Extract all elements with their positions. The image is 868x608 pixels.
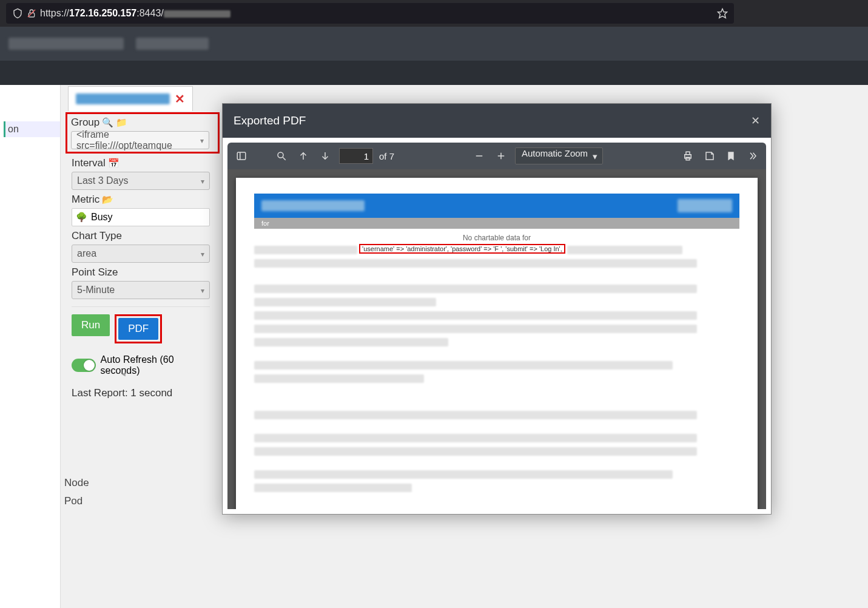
lock-warning-icon — [27, 8, 36, 18]
svg-rect-12 — [686, 152, 690, 155]
pdf-viewport[interactable]: for No chartable data for 'username' => … — [227, 169, 766, 509]
download-icon[interactable] — [702, 148, 718, 164]
bottom-nav: Node Pod — [64, 474, 89, 511]
page-total: of 7 — [379, 151, 394, 161]
folder-blue-icon[interactable]: 📁 — [116, 117, 127, 128]
app-subheader — [0, 61, 868, 85]
interval-value: Last 3 Days — [77, 175, 128, 186]
shield-icon — [12, 8, 23, 19]
pdf-credentials-leak: 'username' => 'administrator', 'password… — [359, 244, 565, 254]
zoom-value: Automatic Zoom — [522, 148, 588, 158]
nav-item-node[interactable]: Node — [64, 474, 89, 493]
pdf-report-subheader: for — [254, 218, 739, 229]
print-icon[interactable] — [680, 148, 696, 164]
search-icon[interactable] — [274, 148, 289, 164]
tab-close-icon[interactable]: ✕ — [175, 92, 185, 106]
chart-type-select[interactable]: area — [72, 245, 210, 263]
tools-icon[interactable] — [744, 148, 760, 164]
svg-line-5 — [283, 157, 286, 160]
pdf-report-header — [254, 194, 739, 218]
left-nav-item-selected[interactable]: on — [4, 121, 60, 137]
page-down-icon[interactable] — [317, 148, 333, 164]
sidebar-toggle-icon[interactable] — [234, 148, 249, 164]
group-field-highlight: Group 🔍 📁 <iframe src=file:///opt/teamqu… — [66, 112, 220, 154]
app-header — [0, 27, 868, 61]
bookmark-icon[interactable] — [724, 148, 738, 164]
pdf-no-data-text: No chartable data for — [236, 234, 758, 242]
divider — [72, 306, 210, 307]
pdf-button[interactable]: PDF — [118, 318, 158, 340]
zoom-select[interactable]: Automatic Zoom ▾ — [515, 147, 603, 164]
interval-select[interactable]: Last 3 Days — [72, 172, 210, 190]
active-tab[interactable]: ✕ — [68, 86, 193, 111]
page-up-icon[interactable] — [295, 148, 311, 164]
panel-collapse-icon[interactable]: ◄ — [120, 370, 127, 377]
chevron-down-icon — [201, 285, 204, 296]
url-input[interactable]: https://172.16.250.157:8443/ — [6, 3, 734, 24]
interval-label: Interval 📅 — [72, 157, 215, 169]
zoom-in-icon[interactable] — [493, 148, 509, 164]
nav-item-pod[interactable]: Pod — [64, 492, 89, 511]
svg-rect-2 — [237, 152, 246, 160]
zoom-out-icon[interactable] — [471, 148, 487, 164]
chart-type-value: area — [77, 248, 96, 259]
group-select[interactable]: <iframe src=file:///opt/teamque — [71, 131, 209, 149]
chevron-down-icon — [201, 175, 204, 186]
metric-input[interactable]: 🌳 Busy — [72, 208, 210, 226]
group-value: <iframe src=file:///opt/teamque — [76, 129, 200, 151]
svg-point-4 — [278, 152, 283, 158]
chevron-down-icon — [201, 248, 204, 259]
browser-url-bar: https://172.16.250.157:8443/ — [0, 0, 868, 27]
left-nav: on — [0, 85, 61, 608]
calendar-icon[interactable]: 📅 — [108, 158, 119, 169]
modal-close-icon[interactable]: ✕ — [751, 114, 760, 127]
pdf-page: for No chartable data for 'username' => … — [236, 178, 758, 509]
exported-pdf-modal: Exported PDF ✕ of 7 Automatic Zoom ▾ — [222, 103, 772, 515]
pdf-toolbar: of 7 Automatic Zoom ▾ — [227, 143, 766, 169]
search-icon[interactable]: 🔍 — [102, 117, 113, 128]
pdf-leak-line: 'username' => 'administrator', 'password… — [254, 245, 739, 254]
point-size-label: Point Size — [72, 266, 215, 279]
tab-label — [76, 93, 170, 104]
chevron-down-icon — [200, 135, 204, 146]
folder-icon[interactable]: 📂 — [102, 194, 113, 205]
metric-label: Metric 📂 — [72, 194, 215, 206]
chevron-down-icon: ▾ — [593, 151, 597, 162]
last-report-text: Last Report: 1 second — [72, 387, 215, 399]
run-button[interactable]: Run — [72, 314, 110, 336]
chart-type-label: Chart Type — [72, 230, 215, 242]
chart-form-panel: Group 🔍 📁 <iframe src=file:///opt/teamqu… — [68, 111, 218, 404]
page-number-input[interactable] — [339, 148, 373, 164]
modal-title-bar: Exported PDF ✕ — [223, 104, 771, 138]
autorefresh-label: Auto Refresh (60 seconds) — [101, 354, 215, 376]
bookmark-star-icon[interactable] — [717, 8, 728, 19]
metric-value: Busy — [91, 212, 113, 223]
autorefresh-toggle[interactable] — [72, 359, 96, 372]
point-size-value: 5-Minute — [77, 285, 115, 296]
point-size-select[interactable]: 5-Minute — [72, 281, 210, 299]
pdf-button-highlight: PDF — [115, 314, 162, 343]
modal-title: Exported PDF — [234, 114, 306, 127]
svg-marker-1 — [718, 9, 727, 18]
url-text: https://172.16.250.157:8443/ — [40, 8, 717, 19]
tree-icon: 🌳 — [76, 212, 87, 223]
group-label: Group 🔍 📁 — [71, 117, 214, 129]
